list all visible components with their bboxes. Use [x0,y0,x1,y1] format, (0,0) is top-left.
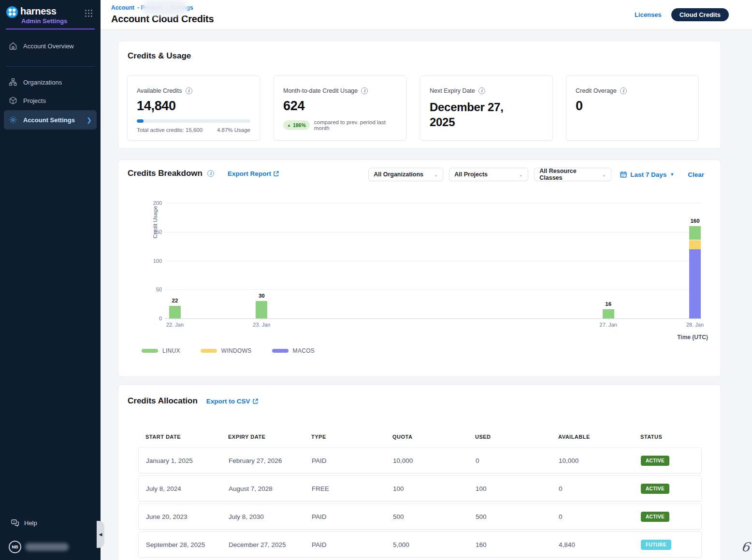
app-grid-icon[interactable] [85,10,94,18]
chevron-down-icon: ⌄ [519,172,523,177]
up-arrow-icon: ▲ [287,123,291,128]
chevron-down-icon: ⌄ [602,172,606,177]
bar-value-label: 30 [247,293,276,299]
status-badge: ACTIVE [641,456,669,466]
legend-item-linux[interactable]: LINUX [142,347,180,354]
help-button[interactable]: ? Help [7,518,94,527]
bar-value-label: 22 [160,298,189,303]
credits-breakdown-title: Credits Breakdown [128,169,202,178]
cell-expiry: August 7, 2028 [221,485,304,492]
allocation-table-header: START DATE EXPIRY DATE TYPE QUOTA USED A… [138,431,702,443]
mtd-usage-value: 624 [283,99,397,114]
table-row[interactable]: January 1, 2025February 27, 2026PAID10,0… [138,447,702,474]
y-tick-label: 50 [156,287,162,292]
info-icon[interactable]: i [186,87,192,94]
growth-badge: ▲ 186% [283,120,310,130]
user-row[interactable]: NB [7,541,94,553]
cell-quota: 5,000 [386,541,468,548]
growth-percent: 186% [293,122,306,128]
sidebar-item-label: Organizations [23,79,62,86]
cell-available: 10,000 [551,457,634,464]
home-icon [9,42,17,50]
info-icon[interactable]: i [207,170,214,177]
table-row[interactable]: June 20, 2023July 8, 2030PAID5005000ACTI… [138,503,702,530]
sidebar-item-organizations[interactable]: Organizations [4,73,97,91]
bar-segment-macos[interactable] [689,249,701,318]
chevron-down-icon: ⌄ [434,172,438,177]
cell-expiry: December 27, 2025 [221,541,304,548]
chart-legend: LINUX WINDOWS MACOS [142,347,315,354]
cell-type: PAID [304,457,386,464]
brand-subtitle: Admin Settings [21,17,67,25]
brand-row: harness Admin Settings [0,0,101,25]
status-badge: ACTIVE [641,512,669,522]
credits-usage-card: Credits & Usage Available Credits i 14,8… [118,41,721,149]
bar-segment-windows[interactable] [689,240,701,249]
bar-value-label: 160 [680,218,709,224]
table-row[interactable]: September 28, 2025December 27, 2025PAID5… [138,531,702,558]
brand-name: harness [20,6,67,16]
x-tick-label: 23. Jan [242,322,281,328]
clear-filters-link[interactable]: Clear [688,171,704,178]
info-icon[interactable]: i [620,87,627,94]
cell-used: 500 [468,513,551,520]
licenses-link[interactable]: Licenses [635,11,662,18]
harness-logo-icon [6,6,18,18]
resource-classes-filter-select[interactable]: All Resource Classes ⌄ [534,168,611,181]
sidebar-item-account-settings[interactable]: Account Settings ❯ [4,110,97,129]
cell-status: ACTIVE [634,456,702,466]
calendar-icon [620,171,627,178]
cell-type: FREE [304,485,386,492]
export-csv-link[interactable]: Export to CSV [206,398,258,405]
caret-down-icon: ▼ [670,172,674,177]
help-chat-icon: ? [11,518,19,527]
external-link-icon [253,399,258,404]
handwritten-mark: 6 [740,539,751,555]
export-report-link[interactable]: Export Report [228,170,279,177]
gridline [165,261,701,261]
table-row[interactable]: July 8, 2024August 7, 2028FREE1001000ACT… [138,475,702,502]
cell-expiry: February 27, 2026 [221,457,304,464]
allocation-table: START DATE EXPIRY DATE TYPE QUOTA USED A… [138,431,702,560]
bar-segment-linux[interactable] [603,309,614,318]
info-icon[interactable]: i [478,87,485,94]
available-credits-card: Available Credits i 14,840 Total active … [127,75,260,141]
projects-filter-select[interactable]: All Projects ⌄ [449,168,528,181]
available-credits-value: 14,840 [137,99,250,114]
y-tick-label: 100 [153,258,162,264]
legend-item-windows[interactable]: WINDOWS [201,347,252,354]
brand-underline [6,29,95,29]
organizations-filter-select[interactable]: All Organizations ⌄ [368,168,443,181]
sidebar-item-label: Account Overview [23,43,74,50]
bar-segment-linux[interactable] [169,306,181,318]
col-used: USED [468,434,551,440]
gridline [165,289,701,290]
sidebar-item-projects[interactable]: Projects [4,92,97,109]
sidebar-collapse-handle[interactable]: ◀ [97,521,104,548]
col-expiry-date: EXPIRY DATE [221,434,304,440]
total-active-credits: Total active credits: 15,600 [137,127,202,133]
cell-type: PAID [304,513,386,520]
bar-segment-linux[interactable] [689,226,701,240]
cell-status: ACTIVE [634,512,702,522]
cloud-credits-button[interactable]: Cloud Credits [671,8,729,21]
x-axis-title: Time (UTC) [677,334,708,341]
resource-classes-filter-value: All Resource Classes [539,168,595,181]
y-tick-label: 150 [153,229,162,235]
breadcrumb-account-link[interactable]: Account [111,4,134,11]
cell-start: January 1, 2025 [139,457,221,464]
legend-item-macos[interactable]: MACOS [272,347,315,354]
windows-swatch-icon [201,349,217,353]
date-range-picker[interactable]: Last 7 Days ▼ [620,171,674,178]
cell-available: 4,840 [551,541,634,548]
available-credits-label: Available Credits [137,87,182,94]
avatar[interactable]: NB [9,541,21,553]
export-csv-label: Export to CSV [206,398,250,405]
usage-percent: 4.87% Usage [217,127,250,133]
sidebar-divider [6,66,95,67]
cell-quota: 10,000 [386,457,468,464]
info-icon[interactable]: i [361,87,368,94]
sidebar-item-account-overview[interactable]: Account Overview [4,37,97,55]
export-report-label: Export Report [228,170,271,177]
bar-segment-linux[interactable] [256,301,267,318]
